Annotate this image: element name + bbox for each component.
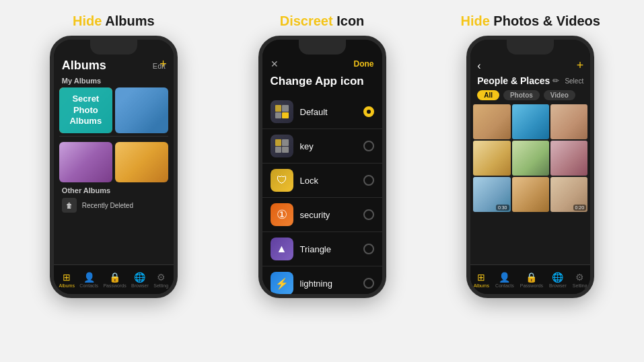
p3-passwords-icon: 🔒	[526, 272, 537, 283]
p2-default-label: Default	[300, 107, 357, 117]
p2-close-button[interactable]: ✕	[271, 59, 279, 69]
p1-secret-overlay: SecretPhotoAlbums	[59, 87, 112, 133]
p3-filter-video[interactable]: Video	[544, 90, 575, 100]
p3-nav-passwords[interactable]: 🔒 Passwords	[520, 272, 543, 288]
p2-lock-radio	[363, 175, 374, 186]
p3-photo-6[interactable]	[550, 141, 587, 176]
p1-thumb3[interactable]	[59, 142, 112, 182]
p2-item-triangle[interactable]: ▲ Triangle	[262, 232, 382, 266]
phone2-notch	[299, 40, 346, 55]
p3-settings-icon: ⚙	[575, 272, 584, 283]
app-showcase: Hide Albums Albums Edit + My Albums	[0, 0, 644, 362]
p3-photo-2[interactable]	[512, 104, 549, 139]
p2-key-label: key	[300, 141, 357, 151]
p1-bottom-nav: ⊞ Albums 👤 Contacts 🔒 Passwords 🌐	[54, 264, 174, 294]
p2-lightning-radio	[363, 278, 374, 289]
p3-contacts-icon: 👤	[499, 272, 510, 283]
p1-secret-text: SecretPhotoAlbums	[67, 91, 104, 131]
phone2-frame: ✕ Done Change App icon	[258, 36, 386, 298]
p3-photo-7[interactable]: 0:30	[473, 177, 510, 212]
p1-nav-albums[interactable]: ⊞ Albums	[59, 272, 75, 288]
p1-grid-row2	[54, 139, 174, 182]
p1-contacts-icon: 👤	[83, 272, 95, 283]
p3-nav-albums-label: Albums	[474, 283, 489, 288]
p3-browser-icon: 🌐	[552, 272, 563, 283]
p3-nav-browser[interactable]: 🌐 Browser	[549, 272, 567, 288]
p2-default-radio	[363, 106, 374, 117]
p1-nav-browser[interactable]: 🌐 Browser	[131, 272, 149, 288]
p1-nav-contacts-label: Contacts	[79, 283, 98, 288]
p2-key-radio	[363, 141, 374, 151]
p2-done-button[interactable]: Done	[354, 59, 374, 69]
phone3-notch	[507, 40, 554, 55]
p1-nav-contacts[interactable]: 👤 Contacts	[79, 272, 98, 288]
p3-nav-passwords-label: Passwords	[520, 283, 543, 288]
p3-nav-settings-label: Setting	[573, 283, 587, 288]
p1-other-item: 🗑 Recently Deleted	[54, 196, 174, 215]
p2-key-icon	[271, 135, 293, 157]
p1-nav-browser-label: Browser	[131, 283, 149, 288]
p3-photo-grid: 0:30 0:20	[470, 104, 590, 212]
p3-video-time2: 0:20	[573, 205, 587, 211]
section-hide-albums: Hide Albums Albums Edit + My Albums	[13, 13, 214, 349]
section1-title: Hide Albums	[73, 13, 155, 29]
phone1-wrapper: Albums Edit + My Albums SecretPhotoAlbum…	[50, 36, 178, 298]
p3-filter-all[interactable]: All	[477, 90, 499, 100]
phone3-screen: ‹ + People & Places ✏ Select All Photos	[470, 40, 590, 294]
p1-nav-albums-label: Albums	[59, 283, 75, 288]
p3-photo-9[interactable]: 0:20	[550, 177, 587, 212]
p1-grid-row1: SecretPhotoAlbums	[54, 87, 174, 133]
p3-photo-3[interactable]	[550, 104, 587, 139]
p1-nav-settings[interactable]: ⚙ Setting	[153, 272, 168, 288]
p1-divider	[59, 136, 168, 137]
p2-lightning-label: lightning	[300, 279, 357, 289]
p3-nav-browser-label: Browser	[549, 283, 567, 288]
section-discreet-icon: Discreet Icon ✕ Done Change App icon	[222, 13, 423, 349]
p1-plus-button[interactable]: +	[159, 57, 167, 71]
p2-lightning-icon: ⚡	[271, 272, 293, 294]
phone1-frame: Albums Edit + My Albums SecretPhotoAlbum…	[50, 36, 178, 298]
p2-item-key[interactable]: key	[262, 129, 382, 164]
p3-photo-4[interactable]	[473, 141, 510, 176]
phone2-wrapper: ✕ Done Change App icon	[258, 36, 386, 298]
p3-album-name: People & Places	[477, 75, 550, 86]
p1-albums-title: Albums	[62, 59, 106, 73]
p3-nav-albums[interactable]: ⊞ Albums	[474, 272, 489, 288]
p3-select-button[interactable]: Select	[565, 77, 583, 85]
p1-nav-passwords[interactable]: 🔒 Passwords	[103, 272, 126, 288]
phone3-wrapper: ‹ + People & Places ✏ Select All Photos	[466, 36, 594, 298]
p2-item-lightning[interactable]: ⚡ lightning	[262, 266, 382, 294]
p3-albums-icon: ⊞	[477, 272, 485, 283]
p2-item-default[interactable]: Default	[262, 95, 382, 129]
p2-triangle-radio	[363, 244, 374, 254]
p3-filter-row: All Photos Video	[470, 90, 590, 104]
p1-browser-icon: 🌐	[134, 272, 145, 283]
p2-change-icon-title: Change App icon	[262, 75, 382, 95]
p1-passwords-icon: 🔒	[109, 272, 120, 283]
p3-title-row: People & Places ✏ Select	[470, 75, 590, 90]
p3-back-button[interactable]: ‹	[477, 60, 480, 72]
p3-nav-settings[interactable]: ⚙ Setting	[573, 272, 587, 288]
p2-security-icon: ①	[271, 203, 293, 226]
p3-filter-photos[interactable]: Photos	[503, 90, 540, 100]
p1-thumb-people[interactable]: SecretPhotoAlbums	[59, 87, 112, 133]
p3-photo-5[interactable]	[512, 141, 549, 176]
p3-bottom-nav: ⊞ Albums 👤 Contacts 🔒 Passwords 🌐	[470, 264, 590, 294]
p3-edit-icon[interactable]: ✏	[552, 76, 559, 85]
p3-photo-8[interactable]	[512, 177, 549, 212]
section-hide-photos: Hide Photos & Videos ‹ + People & Places…	[430, 13, 631, 349]
section2-title: Discreet Icon	[280, 13, 365, 29]
p2-security-label: security	[300, 210, 357, 220]
p3-plus-button[interactable]: +	[577, 59, 584, 73]
p1-albums-icon: ⊞	[63, 272, 71, 283]
p2-item-security[interactable]: ① security	[262, 198, 382, 232]
p1-thumb4[interactable]	[115, 142, 168, 182]
p2-lock-label: Lock	[300, 176, 357, 186]
p3-photo-1[interactable]	[473, 104, 510, 139]
p3-video-time1: 0:30	[496, 205, 509, 211]
p1-thumb-media[interactable]	[115, 87, 168, 133]
p1-other-item-icon: 🗑	[62, 198, 77, 213]
p2-item-lock[interactable]: 🛡 Lock	[262, 164, 382, 198]
p3-nav-contacts[interactable]: 👤 Contacts	[495, 272, 514, 288]
phone2-screen: ✕ Done Change App icon	[262, 40, 382, 294]
